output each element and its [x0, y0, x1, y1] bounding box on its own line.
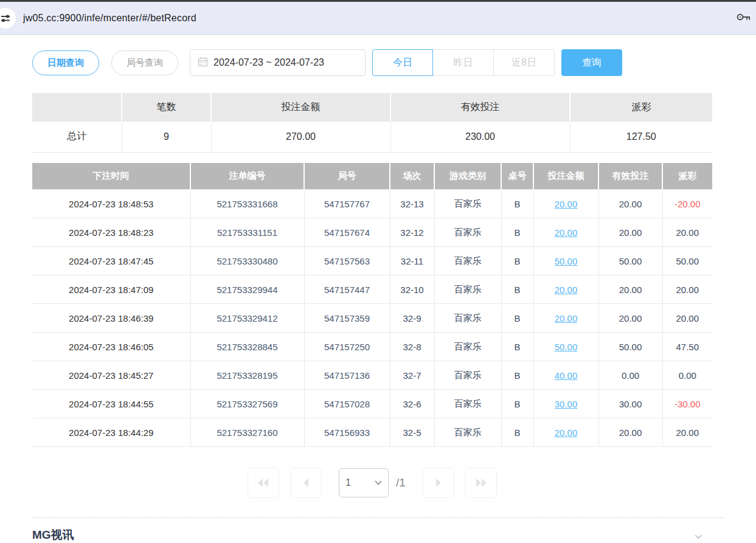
summary-total-row: 总计 9 270.00 230.00 127.50: [32, 122, 712, 152]
table-row: 2024-07-23 18:48:53 521753331668 5471577…: [32, 190, 712, 218]
payout-cell: 20.00: [662, 218, 712, 247]
valid-bet-cell: 20.00: [598, 190, 662, 218]
order-id-cell: 521753327569: [190, 390, 304, 418]
page-select-value: 1: [345, 477, 375, 488]
bet-amount-link[interactable]: 20.00: [555, 427, 578, 438]
payout-cell: 47.50: [662, 333, 712, 361]
table-row: 2024-07-23 18:44:55 521753327569 5471570…: [32, 390, 712, 418]
payout-cell: -30.00: [662, 390, 712, 418]
order-id-cell: 521753328845: [190, 333, 304, 361]
right-arrow-icon: [434, 478, 443, 488]
browser-address-bar: jw05.cc:9900/infe/mcenter/#/betRecord: [0, 2, 756, 35]
valid-bet-cell: 0.00: [598, 361, 662, 390]
table-no-cell: B: [501, 304, 533, 333]
summary-header-blank: [32, 93, 122, 122]
game-type-cell: 百家乐: [434, 218, 501, 247]
date-range-input[interactable]: 2024-07-23 ~ 2024-07-23: [190, 49, 366, 76]
bet-amount-link[interactable]: 40.00: [555, 370, 578, 381]
summary-header-payout: 派彩: [570, 93, 712, 122]
game-section-title: MG视讯: [32, 527, 74, 543]
bet-amount-link[interactable]: 20.00: [555, 227, 578, 238]
site-controls-icon[interactable]: [0, 8, 16, 29]
bet-time-cell: 2024-07-23 18:46:39: [32, 304, 190, 333]
left-arrow-icon: [302, 478, 310, 488]
bet-amount-link[interactable]: 20.00: [555, 199, 578, 209]
game-type-cell: 百家乐: [434, 361, 501, 390]
summary-total-label: 总计: [32, 122, 122, 152]
session-cell: 32-5: [390, 418, 434, 447]
payout-cell: 20.00: [662, 304, 712, 333]
summary-header-count: 笔数: [122, 93, 211, 122]
order-id-cell: 521753330480: [190, 247, 304, 275]
bet-time-cell: 2024-07-23 18:44:55: [32, 390, 190, 418]
collapse-chevron-icon[interactable]: ⌄: [692, 527, 705, 539]
game-type-cell: 百家乐: [434, 390, 501, 418]
table-row: 2024-07-23 18:47:09 521753329944 5471574…: [32, 275, 712, 304]
order-id-cell: 521753331151: [190, 218, 304, 247]
table-no-cell: B: [501, 418, 533, 447]
last-8-days-button[interactable]: 近8日: [494, 49, 555, 76]
session-cell: 32-7: [390, 361, 434, 390]
bet-time-cell: 2024-07-23 18:44:29: [32, 418, 190, 447]
round-id-cell: 547157250: [304, 333, 390, 361]
bet-amount-link[interactable]: 20.00: [555, 285, 578, 295]
key-icon[interactable]: [737, 12, 751, 24]
round-query-tab[interactable]: 局号查询: [111, 50, 178, 75]
game-section-header[interactable]: MG视讯 ⌄: [32, 527, 712, 543]
round-id-cell: 547157028: [304, 390, 390, 418]
bets-header-row: 下注时间 注单编号 局号 场次 游戏类别 桌号 投注金额 有效投注 派彩: [32, 163, 712, 190]
table-no-cell: B: [501, 190, 533, 218]
quick-range-group: 今日 昨日 近8日: [372, 49, 555, 76]
valid-bet-cell: 50.00: [598, 247, 662, 275]
summary-table: 笔数 投注金额 有效投注 派彩 总计 9 270.00 230.00 127.5…: [32, 93, 712, 153]
session-cell: 32-9: [390, 304, 434, 333]
header-payout: 派彩: [662, 163, 712, 190]
yesterday-button[interactable]: 昨日: [433, 49, 494, 76]
header-valid-bet: 有效投注: [598, 163, 662, 190]
table-row: 2024-07-23 18:44:29 521753327160 5471569…: [32, 418, 712, 447]
last-page-button[interactable]: [465, 468, 497, 498]
header-round-id: 局号: [304, 163, 390, 190]
table-row: 2024-07-23 18:48:23 521753331151 5471576…: [32, 218, 712, 247]
date-range-value: 2024-07-23 ~ 2024-07-23: [213, 57, 324, 68]
header-order-id: 注单编号: [190, 163, 304, 190]
page-select[interactable]: 1: [339, 468, 389, 497]
summary-header-row: 笔数 投注金额 有效投注 派彩: [32, 93, 712, 122]
summary-header-valid-bet: 有效投注: [390, 93, 570, 122]
game-type-cell: 百家乐: [434, 190, 501, 218]
order-id-cell: 521753328195: [190, 361, 304, 390]
round-id-cell: 547157447: [304, 275, 390, 304]
bet-time-cell: 2024-07-23 18:46:05: [32, 333, 190, 361]
valid-bet-cell: 20.00: [598, 418, 662, 447]
prev-page-button[interactable]: [290, 468, 322, 498]
payout-cell: 20.00: [662, 275, 712, 304]
bet-amount-link[interactable]: 20.00: [555, 313, 578, 323]
table-row: 2024-07-23 18:45:27 521753328195 5471571…: [32, 361, 712, 390]
first-page-button[interactable]: [248, 468, 279, 498]
next-page-button[interactable]: [423, 468, 454, 498]
double-right-arrow-icon: [474, 478, 488, 488]
header-table-no: 桌号: [501, 163, 533, 190]
summary-header-bet-amount: 投注金额: [211, 93, 390, 122]
bet-amount-link[interactable]: 50.00: [555, 342, 578, 352]
round-id-cell: 547157359: [304, 304, 390, 333]
table-row: 2024-07-23 18:47:45 521753330480 5471575…: [32, 247, 712, 275]
game-type-cell: 百家乐: [434, 275, 501, 304]
summary-bet-amount-value: 270.00: [211, 122, 390, 152]
bet-amount-link[interactable]: 50.00: [555, 256, 578, 266]
header-game-type: 游戏类别: [434, 163, 501, 190]
date-query-tab[interactable]: 日期查询: [32, 50, 99, 75]
table-row: 2024-07-23 18:46:05 521753328845 5471572…: [32, 333, 712, 361]
bet-time-cell: 2024-07-23 18:47:45: [32, 247, 190, 275]
summary-valid-bet-value: 230.00: [390, 122, 570, 152]
bet-time-cell: 2024-07-23 18:45:27: [32, 361, 190, 390]
bet-amount-link[interactable]: 30.00: [555, 399, 578, 409]
today-button[interactable]: 今日: [372, 49, 433, 76]
header-bet-amount: 投注金额: [533, 163, 598, 190]
search-button[interactable]: 查询: [561, 49, 622, 76]
session-cell: 32-6: [390, 390, 434, 418]
session-cell: 32-10: [390, 275, 434, 304]
url-text[interactable]: jw05.cc:9900/infe/mcenter/#/betRecord: [23, 13, 196, 24]
table-no-cell: B: [501, 361, 533, 390]
order-id-cell: 521753331668: [190, 190, 304, 218]
